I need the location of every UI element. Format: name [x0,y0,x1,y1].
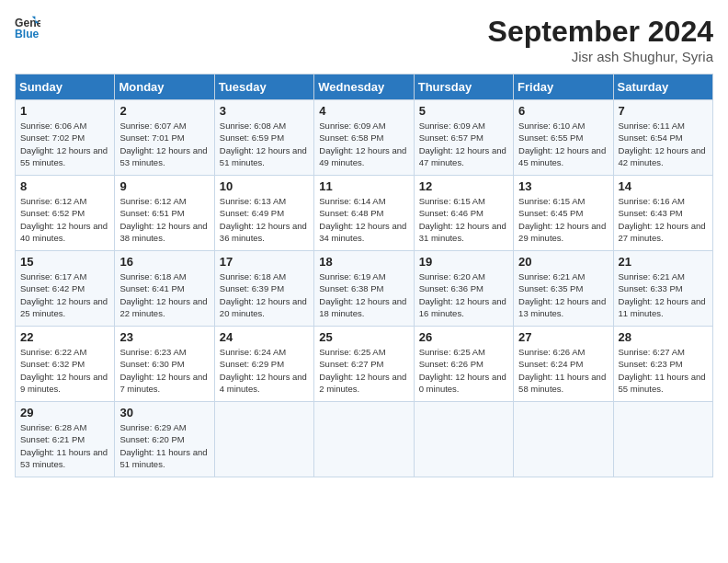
day-detail: Sunrise: 6:13 AMSunset: 6:49 PMDaylight:… [220,195,309,244]
calendar-week-1: 1Sunrise: 6:06 AMSunset: 7:02 PMDaylight… [16,100,713,176]
day-detail: Sunrise: 6:29 AMSunset: 6:20 PMDaylight:… [119,421,209,470]
day-number: 14 [619,179,708,193]
day-number: 9 [119,179,209,193]
calendar-cell: 7Sunrise: 6:11 AMSunset: 6:54 PMDaylight… [613,100,712,176]
calendar-cell [214,402,313,477]
calendar-cell: 12Sunrise: 6:15 AMSunset: 6:46 PMDayligh… [414,176,513,251]
day-number: 5 [419,104,508,118]
day-detail: Sunrise: 6:06 AMSunset: 7:02 PMDaylight:… [20,120,109,168]
day-number: 1 [20,104,109,118]
day-detail: Sunrise: 6:09 AMSunset: 6:58 PMDaylight:… [319,120,408,168]
day-number: 24 [220,330,309,344]
day-number: 23 [119,330,209,344]
day-number: 6 [518,104,608,118]
day-number: 8 [20,179,109,193]
day-detail: Sunrise: 6:23 AMSunset: 6:30 PMDaylight:… [119,346,209,395]
day-number: 10 [220,179,309,193]
day-detail: Sunrise: 6:12 AMSunset: 6:52 PMDaylight:… [20,195,109,244]
calendar-cell: 28Sunrise: 6:27 AMSunset: 6:23 PMDayligh… [613,327,712,402]
day-detail: Sunrise: 6:18 AMSunset: 6:39 PMDaylight:… [220,270,309,319]
day-detail: Sunrise: 6:19 AMSunset: 6:38 PMDaylight:… [319,270,408,319]
calendar-cell: 11Sunrise: 6:14 AMSunset: 6:48 PMDayligh… [314,176,414,251]
calendar-cell: 4Sunrise: 6:09 AMSunset: 6:58 PMDaylight… [314,100,414,176]
day-header-wednesday: Wednesday [314,75,414,100]
day-header-thursday: Thursday [414,75,513,100]
day-number: 16 [119,255,209,269]
calendar-cell: 21Sunrise: 6:21 AMSunset: 6:33 PMDayligh… [613,251,712,327]
svg-text:Blue: Blue [15,28,40,40]
day-number: 3 [220,104,309,118]
day-detail: Sunrise: 6:20 AMSunset: 6:36 PMDaylight:… [419,270,508,319]
day-number: 19 [419,255,508,269]
calendar-header-row: SundayMondayTuesdayWednesdayThursdayFrid… [16,75,713,100]
calendar-week-2: 8Sunrise: 6:12 AMSunset: 6:52 PMDaylight… [16,176,713,251]
day-detail: Sunrise: 6:15 AMSunset: 6:45 PMDaylight:… [518,195,608,244]
day-header-sunday: Sunday [16,75,115,100]
day-number: 18 [319,255,408,269]
day-detail: Sunrise: 6:10 AMSunset: 6:55 PMDaylight:… [518,120,608,168]
calendar-table: SundayMondayTuesdayWednesdayThursdayFrid… [15,74,713,477]
calendar-cell: 16Sunrise: 6:18 AMSunset: 6:41 PMDayligh… [115,251,214,327]
calendar-cell [414,402,513,477]
day-number: 22 [20,330,109,344]
day-header-monday: Monday [115,75,214,100]
calendar-cell: 18Sunrise: 6:19 AMSunset: 6:38 PMDayligh… [314,251,414,327]
day-detail: Sunrise: 6:24 AMSunset: 6:29 PMDaylight:… [220,346,309,395]
day-number: 21 [619,255,708,269]
day-number: 20 [518,255,608,269]
day-number: 28 [619,330,708,344]
day-detail: Sunrise: 6:22 AMSunset: 6:32 PMDaylight:… [20,346,109,395]
calendar-cell: 6Sunrise: 6:10 AMSunset: 6:55 PMDaylight… [514,100,613,176]
day-number: 11 [319,179,408,193]
day-detail: Sunrise: 6:15 AMSunset: 6:46 PMDaylight:… [419,195,508,244]
calendar-cell: 9Sunrise: 6:12 AMSunset: 6:51 PMDaylight… [115,176,214,251]
day-detail: Sunrise: 6:07 AMSunset: 7:01 PMDaylight:… [119,120,209,168]
day-number: 12 [419,179,508,193]
calendar-cell: 25Sunrise: 6:25 AMSunset: 6:27 PMDayligh… [314,327,414,402]
day-detail: Sunrise: 6:11 AMSunset: 6:54 PMDaylight:… [619,120,708,168]
calendar-week-5: 29Sunrise: 6:28 AMSunset: 6:21 PMDayligh… [16,402,713,477]
calendar-cell: 23Sunrise: 6:23 AMSunset: 6:30 PMDayligh… [115,327,214,402]
day-detail: Sunrise: 6:25 AMSunset: 6:26 PMDaylight:… [419,346,508,395]
day-detail: Sunrise: 6:21 AMSunset: 6:35 PMDaylight:… [518,270,608,319]
day-number: 29 [20,406,109,419]
day-number: 26 [419,330,508,344]
day-number: 4 [319,104,408,118]
day-detail: Sunrise: 6:18 AMSunset: 6:41 PMDaylight:… [119,270,209,319]
day-detail: Sunrise: 6:08 AMSunset: 6:59 PMDaylight:… [220,120,309,168]
day-detail: Sunrise: 6:26 AMSunset: 6:24 PMDaylight:… [518,346,608,395]
calendar-cell: 14Sunrise: 6:16 AMSunset: 6:43 PMDayligh… [613,176,712,251]
day-number: 17 [220,255,309,269]
day-detail: Sunrise: 6:09 AMSunset: 6:57 PMDaylight:… [419,120,508,168]
calendar-cell: 17Sunrise: 6:18 AMSunset: 6:39 PMDayligh… [214,251,313,327]
calendar-cell [314,402,414,477]
calendar-cell: 8Sunrise: 6:12 AMSunset: 6:52 PMDaylight… [16,176,115,251]
calendar-cell: 19Sunrise: 6:20 AMSunset: 6:36 PMDayligh… [414,251,513,327]
logo-icon: General Blue [15,15,40,40]
calendar-cell: 27Sunrise: 6:26 AMSunset: 6:24 PMDayligh… [514,327,613,402]
calendar-cell: 24Sunrise: 6:24 AMSunset: 6:29 PMDayligh… [214,327,313,402]
title-block: September 2024 Jisr ash Shughur, Syria [488,15,713,64]
day-detail: Sunrise: 6:12 AMSunset: 6:51 PMDaylight:… [119,195,209,244]
calendar-cell [514,402,613,477]
day-number: 27 [518,330,608,344]
page-header: General Blue September 2024 Jisr ash Shu… [15,15,713,64]
day-number: 15 [20,255,109,269]
calendar-cell: 26Sunrise: 6:25 AMSunset: 6:26 PMDayligh… [414,327,513,402]
day-detail: Sunrise: 6:25 AMSunset: 6:27 PMDaylight:… [319,346,408,395]
day-detail: Sunrise: 6:14 AMSunset: 6:48 PMDaylight:… [319,195,408,244]
calendar-cell: 29Sunrise: 6:28 AMSunset: 6:21 PMDayligh… [16,402,115,477]
day-detail: Sunrise: 6:21 AMSunset: 6:33 PMDaylight:… [619,270,708,319]
day-number: 30 [119,406,209,419]
calendar-week-3: 15Sunrise: 6:17 AMSunset: 6:42 PMDayligh… [16,251,713,327]
calendar-cell: 13Sunrise: 6:15 AMSunset: 6:45 PMDayligh… [514,176,613,251]
calendar-body: 1Sunrise: 6:06 AMSunset: 7:02 PMDaylight… [16,100,713,477]
day-number: 13 [518,179,608,193]
day-header-saturday: Saturday [613,75,712,100]
calendar-cell [613,402,712,477]
calendar-cell: 20Sunrise: 6:21 AMSunset: 6:35 PMDayligh… [514,251,613,327]
logo: General Blue [15,15,40,40]
calendar-week-4: 22Sunrise: 6:22 AMSunset: 6:32 PMDayligh… [16,327,713,402]
location: Jisr ash Shughur, Syria [488,49,713,64]
calendar-cell: 3Sunrise: 6:08 AMSunset: 6:59 PMDaylight… [214,100,313,176]
